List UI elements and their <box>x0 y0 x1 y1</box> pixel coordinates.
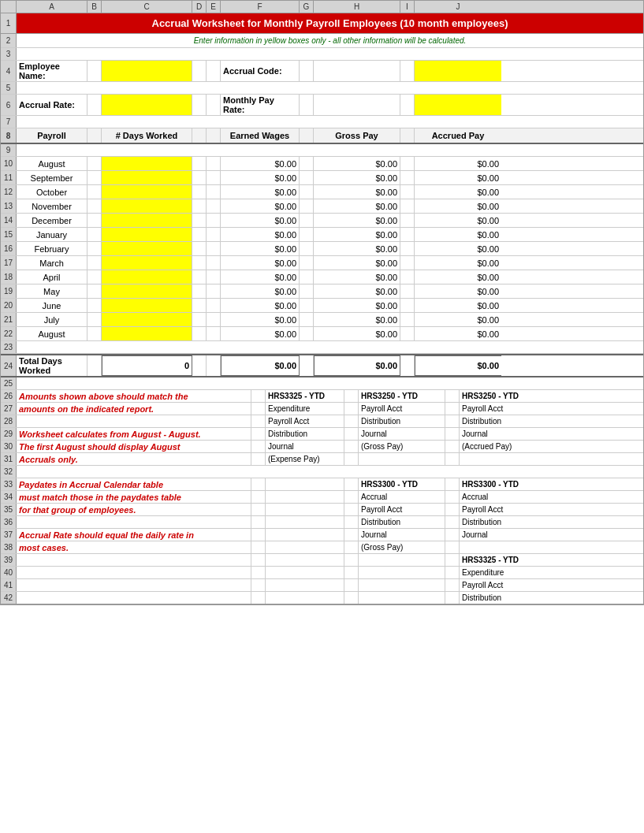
october-accrued: $0.00 <box>415 185 501 199</box>
note-line1: Amounts shown above should match the <box>17 390 237 402</box>
col-e-header: E <box>207 1 221 13</box>
september-days-input[interactable] <box>102 171 192 184</box>
total-days-value: 0 <box>102 355 192 376</box>
report-f-r6: (Expense Pay) <box>266 453 344 465</box>
report-h-r10: Distribution <box>359 516 445 528</box>
row-2: 2 Enter information in yellow boxes only… <box>1 34 643 48</box>
july-gross: $0.00 <box>314 313 400 326</box>
month-july: July <box>17 313 87 326</box>
april-gross: $0.00 <box>314 270 400 284</box>
december-days-input[interactable] <box>102 214 192 227</box>
july-days-input[interactable] <box>102 313 192 326</box>
report-j-r16: Payroll Acct <box>460 579 546 591</box>
col-i-header: I <box>400 1 415 13</box>
month-may: May <box>17 284 87 298</box>
november-gross: $0.00 <box>314 199 400 213</box>
row-26: 26 Amounts shown above should match the … <box>1 390 643 403</box>
row-19: 19 May $0.00 $0.00 $0.00 <box>1 284 643 299</box>
note-line4: The first August should display August <box>17 441 237 452</box>
june-days-input[interactable] <box>102 299 192 312</box>
august1-days-input[interactable] <box>102 157 192 170</box>
month-june: June <box>17 299 87 312</box>
row-27: 27 amounts on the indicated report. Expe… <box>1 403 643 415</box>
month-august2: August <box>17 327 87 340</box>
col-j-header: J <box>415 1 501 13</box>
report-f-r3: Payroll Acct <box>266 415 344 427</box>
december-gross: $0.00 <box>314 214 400 227</box>
report-h-r12: (Gross Pay) <box>359 541 445 553</box>
col-b-header: B <box>87 1 102 13</box>
may-days-input[interactable] <box>102 284 192 298</box>
january-days-input[interactable] <box>102 228 192 241</box>
row-25: 25 <box>1 377 643 390</box>
may-accrued: $0.00 <box>415 284 501 298</box>
february-earned: $0.00 <box>221 242 300 255</box>
august1-gross: $0.00 <box>314 157 400 170</box>
report-h-r8: Accrual <box>359 491 445 503</box>
row-23: 23 <box>1 341 643 354</box>
row-28: 28 Payroll Acct Distribution Distributio… <box>1 415 643 428</box>
row-42: 42 Distribution <box>1 592 643 604</box>
august2-gross: $0.00 <box>314 327 400 340</box>
march-earned: $0.00 <box>221 256 300 270</box>
main-title: Accrual Worksheet for Monthly Payroll Em… <box>19 14 641 32</box>
september-earned: $0.00 <box>221 171 300 184</box>
col-c-header: C <box>102 1 192 13</box>
report-j-r10: Distribution <box>460 516 546 528</box>
july-earned: $0.00 <box>221 313 300 326</box>
december-earned: $0.00 <box>221 214 300 227</box>
row-9: 9 <box>1 144 643 157</box>
subtitle-cell: Enter information in yellow boxes only -… <box>17 34 643 47</box>
month-november: November <box>17 199 87 213</box>
accrual-code-label: Accrual Code: <box>221 61 300 81</box>
row-1: 1 Accrual Worksheet for Monthly Payroll … <box>1 13 643 34</box>
august2-days-input[interactable] <box>102 327 192 340</box>
monthly-pay-rate-input[interactable] <box>415 95 501 115</box>
december-accrued: $0.00 <box>415 214 501 227</box>
report-j-r17: Distribution <box>460 592 546 604</box>
march-days-input[interactable] <box>102 256 192 270</box>
august1-accrued: $0.00 <box>415 157 501 170</box>
june-earned: $0.00 <box>221 299 300 312</box>
october-days-input[interactable] <box>102 185 192 199</box>
february-days-input[interactable] <box>102 242 192 255</box>
row-13: 13 November $0.00 $0.00 $0.00 <box>1 199 643 214</box>
note-line6: Paydates in Accrual Calendar table <box>17 478 237 490</box>
spreadsheet: A B C D E F G H I J 1 Accrual Worksheet … <box>0 0 644 605</box>
row-41: 41 Payroll Acct <box>1 579 643 592</box>
august2-accrued: $0.00 <box>415 327 501 340</box>
report-j-r9: Payroll Acct <box>460 504 546 515</box>
total-earned-value: $0.00 <box>221 355 300 376</box>
accrual-rate-input[interactable] <box>102 95 192 115</box>
payroll-header: Payroll <box>17 128 87 143</box>
march-gross: $0.00 <box>314 256 400 270</box>
accrued-pay-header: Accrued Pay <box>415 128 501 143</box>
february-accrued: $0.00 <box>415 242 501 255</box>
october-earned: $0.00 <box>221 185 300 199</box>
july-accrued: $0.00 <box>415 313 501 326</box>
report-h-r9: Payroll Acct <box>359 504 445 515</box>
row-21: 21 July $0.00 $0.00 $0.00 <box>1 313 643 327</box>
row-14: 14 December $0.00 $0.00 $0.00 <box>1 214 643 228</box>
report-j-r1: HRS3250 - YTD <box>460 390 546 402</box>
report-j-r6 <box>460 453 546 465</box>
may-gross: $0.00 <box>314 284 400 298</box>
total-label: Total Days Worked <box>17 355 87 376</box>
april-days-input[interactable] <box>102 270 192 284</box>
employee-name-label: Employee Name: <box>17 61 87 81</box>
report-f-r1: HRS3325 - YTD <box>266 390 344 402</box>
report-h-r1: HRS3250 - YTD <box>359 390 445 402</box>
month-october: October <box>17 185 87 199</box>
report-f-r2: Expenditure <box>266 403 344 415</box>
row-35: 35 for that group of employees. Payroll … <box>1 504 643 516</box>
row-37: 37 Accrual Rate should equal the daily r… <box>1 529 643 541</box>
row-7: 7 <box>1 116 643 128</box>
report-h-r5: (Gross Pay) <box>359 441 445 452</box>
row-33: 33 Paydates in Accrual Calendar table HR… <box>1 478 643 491</box>
row-8: 8 Payroll # Days Worked Earned Wages Gro… <box>1 128 643 144</box>
employee-name-input[interactable] <box>102 61 192 81</box>
column-headers: A B C D E F G H I J <box>1 1 643 13</box>
row-10: 10 August $0.00 $0.00 $0.00 <box>1 157 643 171</box>
accrual-code-input[interactable] <box>415 61 501 81</box>
november-days-input[interactable] <box>102 199 192 213</box>
